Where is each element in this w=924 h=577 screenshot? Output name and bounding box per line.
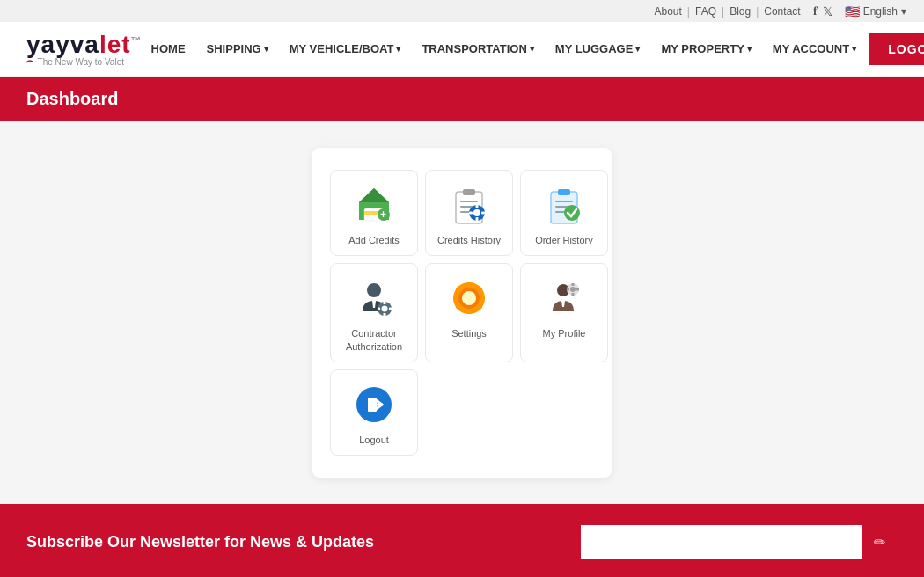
facebook-icon[interactable]: 𝐟 (813, 4, 818, 18)
add-credits-icon-area: + (352, 183, 396, 227)
newsletter-submit-button[interactable]: ✏ (862, 525, 898, 559)
profile-item[interactable]: My Profile (520, 263, 608, 362)
flag-icon: 🇺🇸 (845, 4, 860, 18)
logout-icon (354, 384, 394, 425)
nav-account[interactable]: MY ACCOUNT ▾ (764, 37, 865, 61)
logo-part2: let (99, 31, 131, 58)
language-selector[interactable]: 🇺🇸 English ▾ (845, 4, 906, 18)
svg-rect-47 (572, 283, 575, 286)
svg-rect-9 (460, 201, 478, 202)
account-arrow: ▾ (852, 44, 856, 54)
svg-rect-36 (467, 309, 471, 314)
social-links: 𝐟 𝕏 (813, 4, 832, 18)
dashboard-title: Dashboard (26, 89, 118, 108)
contractor-label: Contractor Authorization (338, 327, 410, 353)
add-credits-label: Add Credits (348, 234, 399, 246)
contact-link[interactable]: Contact (764, 5, 800, 18)
svg-rect-20 (555, 201, 573, 202)
twitter-icon[interactable]: 𝕏 (823, 4, 832, 18)
nav-home[interactable]: HOME (143, 37, 194, 61)
profile-label: My Profile (543, 327, 586, 340)
svg-rect-19 (558, 189, 570, 195)
svg-text:+: + (380, 208, 386, 221)
credits-history-icon-area (447, 183, 491, 227)
nav-transportation[interactable]: TRANSPORTATION ▾ (413, 37, 542, 61)
separator3: | (756, 5, 759, 18)
dashboard-grid: + Add Credits (312, 148, 612, 478)
logout-label: Logout (359, 434, 389, 446)
add-credits-icon: + (354, 185, 394, 225)
pencil-icon: ✏ (874, 535, 885, 550)
nav-luggage[interactable]: MY LUGGAGE ▾ (546, 37, 649, 61)
logo-tagline: The New Way to Valet (26, 57, 143, 67)
svg-point-13 (473, 209, 480, 216)
settings-icon (449, 278, 489, 318)
order-history-item[interactable]: Order History (520, 170, 608, 256)
logo-swoosh (26, 59, 33, 66)
svg-rect-29 (384, 313, 386, 316)
separator1: | (687, 5, 690, 18)
credits-history-label: Credits History (437, 234, 501, 246)
svg-rect-31 (389, 308, 392, 310)
logo[interactable]: yayvalet™ The New Way to Valet (26, 31, 143, 67)
order-history-label: Order History (535, 234, 592, 246)
svg-rect-38 (480, 296, 485, 300)
svg-rect-48 (572, 293, 575, 296)
blog-link[interactable]: Blog (730, 5, 751, 18)
svg-point-46 (570, 287, 576, 292)
settings-item[interactable]: Settings (425, 263, 513, 362)
order-history-icon-area (542, 183, 586, 227)
shipping-arrow: ▾ (264, 44, 268, 54)
svg-point-23 (564, 205, 580, 221)
svg-rect-35 (467, 282, 471, 288)
contractor-icon-area (352, 276, 396, 320)
vehicle-arrow: ▾ (396, 44, 400, 54)
newsletter-text: Subscribe Our Newsletter for News & Upda… (26, 533, 563, 551)
logout-button[interactable]: LOGOUT (869, 33, 924, 65)
transportation-arrow: ▾ (530, 44, 534, 54)
logout-item[interactable]: Logout (330, 369, 418, 456)
main-nav: HOME SHIPPING ▾ MY VEHICLE/BOAT ▾ TRANSP… (143, 33, 924, 65)
dashboard-header: Dashboard (0, 77, 924, 121)
top-bar: About | FAQ | Blog | Contact 𝐟 𝕏 🇺🇸 Engl… (0, 0, 924, 22)
credits-history-item[interactable]: Credits History (425, 170, 513, 256)
svg-rect-28 (384, 302, 386, 304)
svg-rect-49 (567, 288, 569, 291)
logout-icon-area (352, 383, 396, 427)
svg-rect-37 (453, 296, 458, 300)
newsletter-input[interactable] (581, 527, 862, 558)
svg-marker-1 (359, 188, 389, 202)
svg-point-27 (382, 306, 388, 312)
nav-vehicle-boat[interactable]: MY VEHICLE/BOAT ▾ (281, 37, 410, 61)
svg-rect-8 (463, 189, 475, 195)
svg-point-34 (462, 291, 476, 305)
about-link[interactable]: About (655, 5, 682, 18)
settings-icon-area (447, 276, 491, 320)
faq-link[interactable]: FAQ (695, 5, 716, 18)
logo-tm: ™ (131, 34, 143, 47)
property-arrow: ▾ (747, 44, 752, 54)
separator2: | (722, 5, 724, 18)
nav-shipping[interactable]: SHIPPING ▾ (198, 37, 277, 61)
profile-icon (544, 278, 584, 318)
logo-part1: yayva (26, 31, 99, 58)
svg-rect-16 (469, 212, 473, 215)
svg-rect-50 (576, 288, 579, 291)
main-content: + Add Credits (0, 121, 924, 504)
contractor-item[interactable]: Contractor Authorization (330, 263, 418, 362)
svg-rect-14 (476, 205, 479, 208)
language-label: English (863, 5, 898, 18)
add-credits-item[interactable]: + Add Credits (330, 170, 418, 256)
order-history-icon (544, 185, 584, 225)
svg-rect-30 (378, 308, 380, 310)
newsletter-section: Subscribe Our Newsletter for News & Upda… (0, 504, 924, 577)
credits-history-icon (449, 185, 489, 225)
logo-text: yayvalet™ (26, 31, 143, 59)
contractor-icon (354, 278, 394, 318)
settings-label: Settings (451, 327, 487, 340)
header: yayvalet™ The New Way to Valet HOME SHIP… (0, 22, 924, 77)
lang-arrow-icon: ▾ (901, 5, 906, 18)
profile-icon-area (542, 276, 586, 320)
svg-rect-15 (476, 217, 479, 221)
nav-property[interactable]: MY PROPERTY ▾ (652, 37, 759, 61)
